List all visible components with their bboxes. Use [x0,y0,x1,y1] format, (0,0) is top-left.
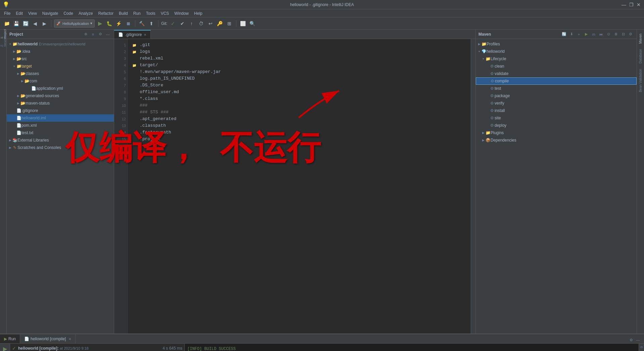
run-play-button[interactable]: ▶ [1,345,9,351]
bean-validation-tab-label[interactable]: Bean Validation [638,66,643,95]
menu-file[interactable]: File [1,10,13,16]
maven-item-validate[interactable]: ⚙ validate [476,70,637,77]
maven-item-lifecycle[interactable]: ▾ 📁 Lifecycle [476,55,637,63]
maven-run-button[interactable]: ▶ [583,31,590,38]
maven-skip-button[interactable]: ⏭ [598,31,604,38]
maven-item-test[interactable]: ⚙ test [476,85,637,92]
run-tab[interactable]: ▶ Run [0,335,20,343]
project-tool-close[interactable]: — [104,31,111,38]
terminal-button[interactable]: ⬜ [239,20,247,28]
tree-item-helloworld-iml[interactable]: 📄 helloworld.iml [7,114,114,122]
run-tab-content[interactable]: 📄 helloworld [compile] ✕ [20,335,76,343]
maven-item-compile[interactable]: ⚙ compile [476,77,637,85]
bottom-settings-button[interactable]: ⚙ [628,337,635,343]
git-extra-button[interactable]: ⊞ [225,20,233,28]
menu-view[interactable]: View [26,10,40,16]
database-tab-label[interactable]: Database [638,46,643,66]
maven-settings-button[interactable]: ⚙ [627,31,634,38]
editor-scrollbar[interactable] [471,39,475,334]
tree-item-maven-status[interactable]: ▶ 📂 maven-status [7,100,114,107]
maven-download-button[interactable]: ⬇ [568,31,575,38]
project-tool-locate[interactable]: ⊕ [82,31,89,38]
tree-item-scratches[interactable]: ▶ ✎ Scratches and Consoles [7,144,114,151]
maven-item-profiles[interactable]: ▶ 📁 Profiles [476,40,637,48]
console-wrap-button[interactable]: ⟳ [640,345,644,350]
build-button[interactable]: 🔨 [138,20,146,28]
run-button[interactable]: ▶ [96,20,104,28]
maven-item-plugins[interactable]: ▶ 📁 Plugins [476,129,637,136]
run-tab-close-icon[interactable]: ✕ [68,337,71,341]
bottom-close-button[interactable]: — [635,337,641,343]
tree-item-target[interactable]: ▾ 📁 target [7,63,114,70]
tree-item-src[interactable]: ▶ 📂 src [7,55,114,63]
maven-refresh-button[interactable]: 🔄 [561,31,567,38]
menu-analyze[interactable]: Analyze [76,10,96,16]
code-content[interactable]: 📁 .git 📁 logs rebel.xml 📁 target/ [128,39,471,334]
maven-item-clean[interactable]: ⚙ clean [476,63,637,70]
tree-item-gitignore[interactable]: 📄 .gitignore [7,107,114,114]
update-button[interactable]: ⬆ [147,20,155,28]
maven-collapse-button[interactable]: ⊟ [620,31,627,38]
maven-m-button[interactable]: m [590,31,597,38]
menu-run[interactable]: Run [131,10,143,16]
maven-item-verify[interactable]: ⚙ verify [476,100,637,107]
close-button[interactable]: ✕ [636,2,641,7]
git-push-button[interactable]: ↑ [188,20,196,28]
maven-item-deploy[interactable]: ⚙ deploy [476,122,637,129]
minimize-button[interactable]: — [621,2,627,7]
project-tool-settings[interactable]: ⚙ [97,31,104,38]
search-button[interactable]: 🔍 [248,20,257,28]
project-tool-collapse[interactable]: ≡ [90,31,96,38]
maven-list-button[interactable]: ≣ [612,31,619,38]
menu-tools[interactable]: Tools [143,10,158,16]
project-dropdown[interactable]: 🚀 HelloApplication ▾ [54,20,95,28]
folder-indicator-9 [132,96,137,102]
console-clear-button[interactable]: ✕ [640,350,644,351]
tab-close-icon[interactable]: ✕ [144,33,146,37]
maven-item-dependencies[interactable]: ▶ 📦 Dependencies [476,136,637,144]
maximize-button[interactable]: ❐ [629,2,634,7]
git-check-button[interactable]: ✓ [169,20,177,28]
code-text-1: .git [140,42,150,48]
folder-indicator-13 [132,123,137,128]
menu-help[interactable]: Help [191,10,205,16]
tree-item-root[interactable]: ▾ 📁 helloworld D:\mavenprojects\hellowor… [7,40,114,48]
toolbar-save-button[interactable]: 💾 [12,20,20,28]
menu-edit[interactable]: Edit [13,10,26,16]
toolbar-open-button[interactable]: 📁 [3,20,11,28]
structure-sidebar-icon[interactable]: 2: Structure [0,38,6,44]
git-history-button[interactable]: ⏱ [197,20,205,28]
git-rollback-button[interactable]: ↩ [206,20,215,28]
debug-button[interactable]: 🐛 [105,20,113,28]
plugins-icon: 📁 [485,130,491,135]
tree-item-classes[interactable]: ▶ 📂 classes [7,70,114,77]
tree-item-generated[interactable]: ▶ 📂 generated-sources [7,92,114,100]
maven-tab-label[interactable]: Maven [638,31,643,46]
maven-item-install[interactable]: ⚙ install [476,107,637,114]
menu-code[interactable]: Code [61,10,76,16]
toolbar-sync-button[interactable]: 🔄 [21,20,30,28]
maven-add-button[interactable]: + [576,31,582,38]
maven-item-package[interactable]: ⚙ package [476,92,637,100]
maven-item-site[interactable]: ⚙ site [476,114,637,122]
toolbar-forward-button[interactable]: ▶ [40,20,48,28]
tree-item-app-yml[interactable]: 📄 application.yml [7,85,114,92]
menu-window[interactable]: Window [172,10,191,16]
tree-item-pom[interactable]: 📄 pom.xml [7,122,114,129]
git-key-button[interactable]: 🔑 [216,20,224,28]
git-commit-button[interactable]: ✔ [178,20,186,28]
menu-vcs[interactable]: VCS [158,10,172,16]
tree-item-com[interactable]: ▶ 📂 com [7,77,114,85]
stop-button[interactable]: ⏹ [124,20,132,28]
menu-navigate[interactable]: Navigate [40,10,61,16]
menu-build[interactable]: Build [116,10,131,16]
toolbar-back-button[interactable]: ◀ [31,20,39,28]
maven-toggle-button[interactable]: ⊙ [605,31,612,38]
menu-refactor[interactable]: Refactor [96,10,116,16]
maven-item-helloworld[interactable]: ▾ 💎 helloworld [476,48,637,55]
tree-item-test[interactable]: 📄 test.txt [7,129,114,136]
run-coverage-button[interactable]: ⚡ [115,20,123,28]
tree-item-ext-libs[interactable]: ▶ 📚 External Libraries [7,136,114,144]
editor-tab-gitignore[interactable]: 📄 .gitignore ✕ [114,30,151,39]
tree-item-idea[interactable]: ▶ 📂 .idea [7,48,114,55]
